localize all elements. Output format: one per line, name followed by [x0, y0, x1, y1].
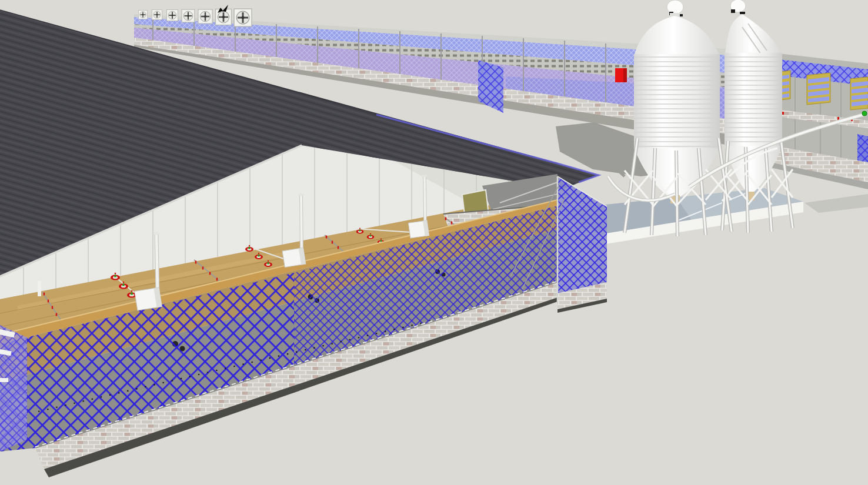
- exhaust-fan: [182, 9, 195, 22]
- exhaust-fan: [167, 10, 178, 21]
- alarm-box: [615, 68, 627, 82]
- exhaust-fan: [234, 9, 252, 26]
- exhaust-fan: [198, 9, 212, 24]
- 3d-viewport[interactable]: [0, 0, 868, 485]
- curtain-left-end: [0, 325, 27, 451]
- louver-inlet: [850, 77, 868, 110]
- louver-inlet: [807, 73, 830, 105]
- exhaust-fan: [139, 11, 148, 19]
- exhaust-fan: [216, 9, 232, 25]
- exhaust-fan: [152, 10, 162, 20]
- scene-canvas: [0, 0, 868, 485]
